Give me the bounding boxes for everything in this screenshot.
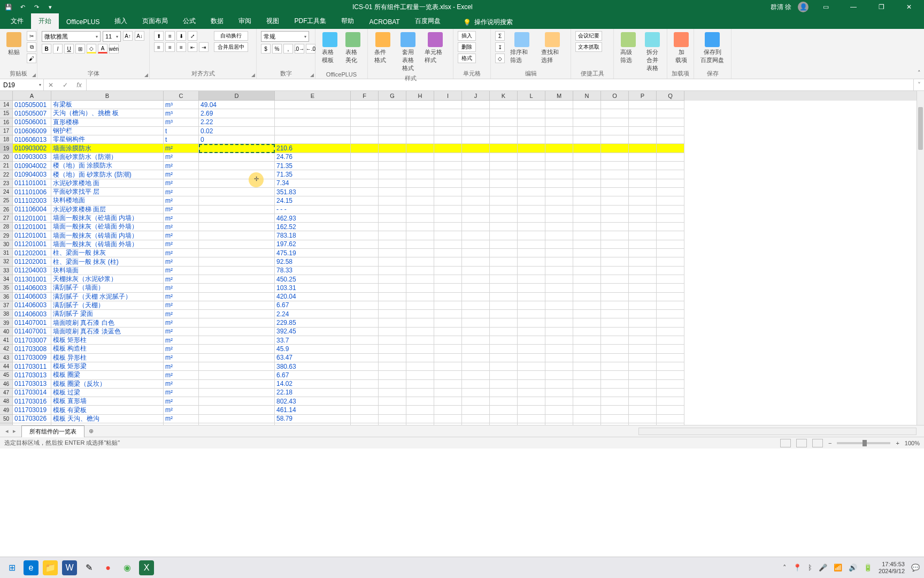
cell-H19[interactable] (406, 144, 434, 153)
cell-F32[interactable] (351, 257, 379, 266)
font-name-combo[interactable]: 微软雅黑▾ (42, 31, 101, 42)
cell-L32[interactable] (518, 257, 545, 266)
cell-C48[interactable]: m² (164, 397, 199, 406)
cell-B33[interactable]: 块料墙面 (51, 267, 164, 275)
cell-J39[interactable] (462, 318, 490, 327)
cell-A38[interactable]: 011406003 (13, 310, 51, 318)
cell-M34[interactable] (545, 275, 573, 284)
new-sheet-button[interactable]: ⊕ (84, 428, 97, 435)
cell-Q20[interactable] (657, 153, 684, 162)
cell-B49[interactable]: 模板 有梁板 (51, 406, 164, 414)
cell-A33[interactable]: 011204003 (13, 267, 51, 275)
col-header-G[interactable]: G (379, 91, 406, 101)
cell-Q33[interactable] (657, 267, 684, 275)
maximize-icon[interactable]: ❐ (871, 0, 892, 14)
horizontal-scrollbar[interactable] (638, 428, 917, 435)
cell-K35[interactable] (490, 284, 518, 292)
cell-C46[interactable]: m² (164, 380, 199, 389)
advanced-filter-button[interactable]: 高级筛选 (618, 31, 639, 65)
cell-O26[interactable] (601, 206, 629, 214)
cell-I32[interactable] (434, 257, 462, 266)
cell-G37[interactable] (379, 301, 406, 310)
cell-O28[interactable] (601, 223, 629, 231)
row-header[interactable]: 19 (0, 144, 13, 153)
cell-N14[interactable] (573, 101, 601, 109)
cell-M21[interactable] (545, 162, 573, 170)
cell-O39[interactable] (601, 318, 629, 327)
cell-I38[interactable] (434, 310, 462, 318)
cell-J25[interactable] (462, 196, 490, 205)
cell-G35[interactable] (379, 284, 406, 292)
cell-E18[interactable] (275, 135, 351, 144)
cell-B37[interactable]: 满刮腻子（天棚） (51, 301, 164, 310)
ribbon-display-icon[interactable]: ▭ (815, 0, 836, 14)
cell-K32[interactable] (490, 257, 518, 266)
cell-L25[interactable] (518, 196, 545, 205)
notifications-icon[interactable]: 💬 (911, 564, 920, 572)
cell-J16[interactable] (462, 118, 490, 127)
border-button[interactable]: ⊞ (75, 44, 85, 54)
cell-A24[interactable]: 011101006 (13, 188, 51, 196)
cell-P34[interactable] (629, 275, 657, 284)
cell-Q51[interactable] (657, 423, 684, 425)
cell-P42[interactable] (629, 345, 657, 353)
cell-G20[interactable] (379, 153, 406, 162)
cell-M42[interactable] (545, 345, 573, 353)
row-header[interactable]: 39 (0, 318, 13, 327)
zoom-in-button[interactable]: + (896, 440, 899, 446)
fill-color-button[interactable]: ◇ (87, 44, 96, 54)
cell-C14[interactable]: m³ (164, 101, 199, 109)
cell-O36[interactable] (601, 293, 629, 301)
sheet-nav-next-icon[interactable]: ▸ (13, 428, 16, 435)
cell-N23[interactable] (573, 179, 601, 188)
merge-center-button[interactable]: 合并后居中 (214, 42, 248, 52)
clipboard-launcher-icon[interactable]: ◢ (32, 72, 36, 78)
phonetic-button[interactable]: wén (109, 44, 119, 54)
cell-B31[interactable]: 柱、梁面一般 抹灰 (51, 249, 164, 257)
row-header[interactable]: 14 (0, 101, 13, 109)
cell-I45[interactable] (434, 371, 462, 379)
cell-M25[interactable] (545, 196, 573, 205)
cell-K48[interactable] (490, 397, 518, 406)
cell-F46[interactable] (351, 380, 379, 389)
cell-C45[interactable]: m² (164, 371, 199, 379)
zoom-level[interactable]: 100% (905, 440, 920, 446)
cell-P35[interactable] (629, 284, 657, 292)
cell-P31[interactable] (629, 249, 657, 257)
cell-N49[interactable] (573, 406, 601, 414)
cell-A42[interactable]: 011703008 (13, 345, 51, 353)
cell-A16[interactable]: 010506001 (13, 118, 51, 127)
cell-H18[interactable] (406, 135, 434, 144)
cell-L37[interactable] (518, 301, 545, 310)
table-template-button[interactable]: 表格模板 (320, 31, 340, 65)
cell-H17[interactable] (406, 127, 434, 135)
cell-L44[interactable] (518, 362, 545, 371)
cell-A51[interactable] (13, 423, 51, 425)
cell-P38[interactable] (629, 310, 657, 318)
cell-H51[interactable] (406, 423, 434, 425)
expand-formula-bar-icon[interactable]: ˅ (913, 79, 924, 90)
cell-K37[interactable] (490, 301, 518, 310)
edge-icon[interactable]: e (24, 560, 38, 575)
qat-more-icon[interactable]: ▾ (46, 3, 55, 11)
row-header[interactable]: 24 (0, 188, 13, 196)
cell-A15[interactable]: 010505007 (13, 109, 51, 118)
cell-G19[interactable] (379, 144, 406, 153)
cell-L46[interactable] (518, 380, 545, 389)
cell-O16[interactable] (601, 118, 629, 127)
cell-O48[interactable] (601, 397, 629, 406)
font-color-button[interactable]: A (98, 44, 107, 54)
cell-D20[interactable] (199, 153, 275, 162)
cell-P28[interactable] (629, 223, 657, 231)
cell-A28[interactable]: 011201001 (13, 223, 51, 231)
cell-K36[interactable] (490, 293, 518, 301)
cell-J42[interactable] (462, 345, 490, 353)
cell-B14[interactable]: 有梁板 (51, 101, 164, 109)
cell-I22[interactable] (434, 170, 462, 179)
cell-H23[interactable] (406, 179, 434, 188)
cell-L40[interactable] (518, 328, 545, 336)
cell-N22[interactable] (573, 170, 601, 179)
cell-O19[interactable] (601, 144, 629, 153)
cell-O21[interactable] (601, 162, 629, 170)
cell-M24[interactable] (545, 188, 573, 196)
